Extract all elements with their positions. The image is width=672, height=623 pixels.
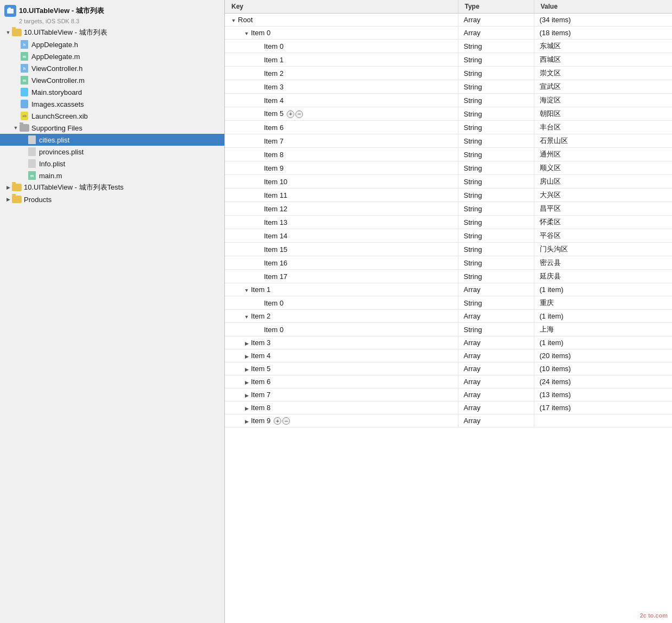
plist-key-label: Item 7 bbox=[264, 137, 283, 145]
plist-key-label: Item 2 bbox=[264, 69, 283, 77]
table-row[interactable]: Item 11String大兴区 bbox=[225, 189, 672, 202]
table-row[interactable]: Item 0Array(18 items) bbox=[225, 27, 672, 40]
plist-value-cell: 平谷区 bbox=[534, 229, 672, 243]
table-row[interactable]: Item 17String延庆县 bbox=[225, 270, 672, 283]
header-type: Type bbox=[458, 0, 534, 14]
table-row[interactable]: Item 12String昌平区 bbox=[225, 202, 672, 216]
plist-key-cell: Item 9 bbox=[225, 161, 458, 175]
plist-expand-arrow[interactable] bbox=[243, 418, 250, 425]
sidebar-item-Info-plist[interactable]: Info.plist bbox=[0, 158, 224, 170]
plist-type-cell: String bbox=[458, 296, 534, 310]
table-row[interactable]: Item 14String平谷区 bbox=[225, 229, 672, 243]
table-row[interactable]: Item 5+−String朝阳区 bbox=[225, 107, 672, 121]
minus-button[interactable]: − bbox=[282, 417, 290, 425]
table-row[interactable]: Item 5Array(10 items) bbox=[225, 362, 672, 375]
table-row[interactable]: Item 8String通州区 bbox=[225, 148, 672, 161]
table-row[interactable]: Item 2Array(1 item) bbox=[225, 310, 672, 323]
sidebar-item-label: ViewController.h bbox=[31, 64, 82, 73]
table-row[interactable]: Item 0String东城区 bbox=[225, 40, 672, 53]
table-row[interactable]: Item 3String宣武区 bbox=[225, 80, 672, 94]
plusminus-buttons: +− bbox=[287, 111, 303, 118]
sidebar-item-Images-xcassets[interactable]: Images.xcassets bbox=[0, 98, 224, 110]
plist-type-cell: Array bbox=[458, 375, 534, 388]
table-row[interactable]: Item 6String丰台区 bbox=[225, 121, 672, 134]
sidebar-item-supporting-files[interactable]: Supporting Files bbox=[0, 122, 224, 134]
plist-expand-arrow[interactable] bbox=[243, 405, 250, 412]
table-row[interactable]: Item 3Array(1 item) bbox=[225, 336, 672, 349]
plist-key-label: Item 5 bbox=[251, 365, 270, 373]
plist-file-icon bbox=[27, 147, 37, 157]
plist-expand-arrow[interactable] bbox=[243, 392, 250, 399]
sidebar-item-cities-plist[interactable]: cities.plist bbox=[0, 134, 224, 146]
toggle-arrow[interactable] bbox=[4, 29, 12, 36]
table-row[interactable]: Item 10String房山区 bbox=[225, 175, 672, 189]
sidebar-item-products-group[interactable]: Products bbox=[0, 193, 224, 205]
folder-yellow-icon bbox=[12, 194, 22, 204]
table-row[interactable]: Item 7String石景山区 bbox=[225, 134, 672, 148]
sidebar-item-AppDelegate-h[interactable]: hAppDelegate.h bbox=[0, 38, 224, 50]
plist-type-cell: String bbox=[458, 67, 534, 80]
plist-expand-arrow[interactable] bbox=[230, 17, 237, 24]
table-header-row: Key Type Value bbox=[225, 0, 672, 14]
table-row[interactable]: Item 0String重庆 bbox=[225, 296, 672, 310]
plist-value-cell: (1 item) bbox=[534, 310, 672, 323]
plist-value-cell: (1 item) bbox=[534, 283, 672, 296]
h-file-icon: h bbox=[20, 63, 29, 73]
table-row[interactable]: Item 13String怀柔区 bbox=[225, 216, 672, 229]
plist-type-cell: Array bbox=[458, 283, 534, 296]
table-row[interactable]: Item 0String上海 bbox=[225, 323, 672, 336]
table-row[interactable]: Item 6Array(24 items) bbox=[225, 375, 672, 388]
plist-key-cell: Item 14 bbox=[225, 229, 458, 243]
sidebar-item-provinces-plist[interactable]: provinces.plist bbox=[0, 146, 224, 158]
plist-expand-arrow[interactable] bbox=[243, 340, 250, 347]
toggle-arrow[interactable] bbox=[4, 184, 12, 191]
table-row[interactable]: Item 4Array(20 items) bbox=[225, 349, 672, 362]
sidebar-item-project-root[interactable]: 10.UITableView - 城市列表 bbox=[0, 27, 224, 38]
plus-button[interactable]: + bbox=[274, 417, 281, 425]
plist-expand-arrow[interactable] bbox=[243, 379, 250, 386]
plist-value-cell: 海淀区 bbox=[534, 94, 672, 107]
table-row[interactable]: Item 9String顺义区 bbox=[225, 161, 672, 175]
plist-key-cell: Item 16 bbox=[225, 256, 458, 270]
sidebar-item-main-m[interactable]: mmain.m bbox=[0, 170, 224, 181]
minus-button[interactable]: − bbox=[295, 111, 303, 118]
toggle-arrow[interactable] bbox=[12, 124, 20, 132]
table-row[interactable]: Item 1Array(1 item) bbox=[225, 283, 672, 296]
sidebar-item-label: AppDelegate.m bbox=[31, 53, 80, 61]
plist-value-cell: 崇文区 bbox=[534, 67, 672, 80]
sidebar-item-ViewController-m[interactable]: mViewController.m bbox=[0, 74, 224, 86]
project-title: 10.UITableView - 城市列表 bbox=[19, 6, 104, 16]
plist-key-label: Item 7 bbox=[251, 391, 270, 399]
plist-expand-arrow[interactable] bbox=[243, 30, 250, 37]
table-row[interactable]: Item 15String门头沟区 bbox=[225, 243, 672, 256]
toggle-arrow[interactable] bbox=[4, 196, 12, 203]
table-row[interactable]: Item 9+−Array bbox=[225, 414, 672, 427]
plist-expand-arrow[interactable] bbox=[243, 366, 250, 373]
plus-button[interactable]: + bbox=[287, 111, 294, 118]
plist-key-label: Item 4 bbox=[264, 96, 283, 105]
table-row[interactable]: Item 1String西城区 bbox=[225, 53, 672, 67]
plist-type-cell: Array bbox=[458, 414, 534, 427]
plist-expand-arrow[interactable] bbox=[243, 287, 250, 294]
sidebar-item-tests-group[interactable]: 10.UITableView - 城市列表Tests bbox=[0, 181, 224, 193]
sidebar-item-LaunchScreen-xib[interactable]: xibLaunchScreen.xib bbox=[0, 110, 224, 122]
table-row[interactable]: Item 8Array(17 items) bbox=[225, 401, 672, 414]
sidebar-item-ViewController-h[interactable]: hViewController.h bbox=[0, 62, 224, 74]
plist-value-cell: 上海 bbox=[534, 323, 672, 336]
table-row[interactable]: Item 4String海淀区 bbox=[225, 94, 672, 107]
table-row[interactable]: Item 2String崇文区 bbox=[225, 67, 672, 80]
plist-value-cell: 朝阳区 bbox=[534, 107, 672, 121]
sidebar-item-AppDelegate-m[interactable]: mAppDelegate.m bbox=[0, 50, 224, 62]
table-row[interactable]: Item 16String密云县 bbox=[225, 256, 672, 270]
sidebar-item-Main-storyboard[interactable]: Main.storyboard bbox=[0, 86, 224, 98]
plist-key-label: Item 14 bbox=[264, 232, 287, 240]
plist-key-cell: Item 2 bbox=[225, 310, 458, 323]
plist-value-cell: 丰台区 bbox=[534, 121, 672, 134]
plist-value-cell: 门头沟区 bbox=[534, 243, 672, 256]
table-row[interactable]: RootArray(34 items) bbox=[225, 14, 672, 27]
plist-expand-arrow[interactable] bbox=[243, 353, 250, 360]
plist-value-cell: 怀柔区 bbox=[534, 216, 672, 229]
plist-expand-arrow[interactable] bbox=[243, 314, 250, 320]
table-row[interactable]: Item 7Array(13 items) bbox=[225, 388, 672, 401]
plist-key-label: Root bbox=[238, 16, 253, 24]
